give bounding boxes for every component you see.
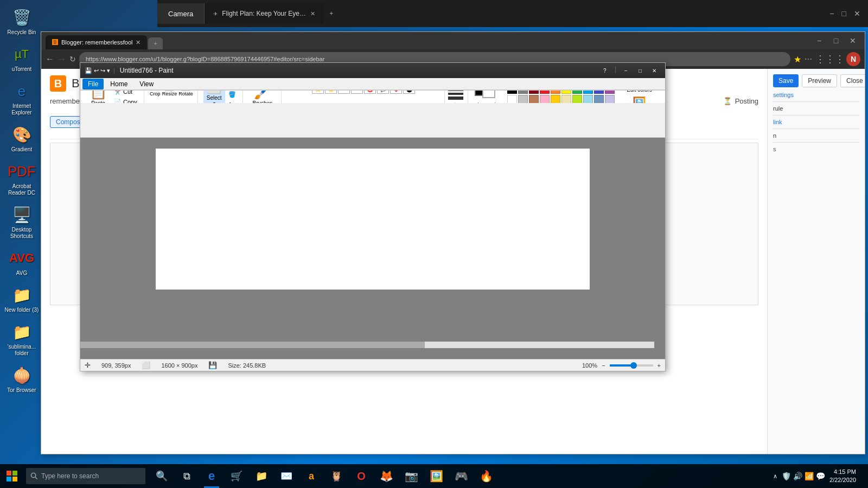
color-swatch-indigo[interactable] [594,90,604,94]
copy-button[interactable]: 📄 Copy [112,98,139,104]
outer-tab-close-icon[interactable]: ✕ [136,39,141,46]
desktop-icon-shortcuts[interactable]: 🖥️ Desktop Shortcuts [2,202,41,242]
paint-zoom-out-button[interactable]: − [602,362,605,369]
color-swatch-orange[interactable] [551,90,560,94]
show-hidden-icons[interactable]: ∧ [773,473,777,480]
taskbar-store[interactable]: 🛒 [225,464,248,488]
desktop-icon-gradient[interactable]: 🎨 Gradient [2,121,41,155]
paint-zoom-slider[interactable] [610,364,653,367]
brushes-button[interactable]: 🖌️ Brushes [248,90,277,103]
paint-view-menu[interactable]: View [134,79,159,89]
notifications-icon[interactable]: 💬 [816,472,825,480]
paint-zoom-handle[interactable] [630,362,637,369]
desktop-icon-ie[interactable]: e Internet Explorer [2,78,41,118]
color-swatch-black[interactable] [507,90,517,94]
taskbar-firefox2[interactable]: 🔥 [474,464,498,488]
shape-btn-15[interactable]: ❤️ [390,90,402,94]
edit-paint3d-button[interactable]: 🖼️ Edit with Paint 3D [618,96,661,104]
new-tab-button[interactable]: + [324,3,339,24]
taskbar-unknown-app[interactable]: 🎮 [449,464,473,488]
taskbar-clock[interactable]: 4:15 PM 2/22/2020 [829,468,856,485]
paint-home-menu[interactable]: Home [105,79,133,89]
desktop-icon-utorrent[interactable]: µT uTorrent [2,41,41,75]
resize-button[interactable]: ⬛ Resize [162,90,177,97]
paint-save-icon[interactable]: 💾 [85,67,92,74]
outer-minimize-button[interactable]: − [812,35,827,46]
outer-back-button[interactable]: ← [46,54,54,64]
outer-tab-blogger[interactable]: 🅱 Blogger: rememberlessfool ✕ [46,35,147,49]
color-swatch-purple[interactable] [605,90,615,94]
color-swatch-pink[interactable] [540,95,550,104]
paint-maximize-button[interactable]: □ [634,66,647,75]
desktop-icon-tor[interactable]: 🧅 Tor Browser [2,362,41,396]
shape-btn-16[interactable]: ⬤ [403,90,415,94]
network-tray-icon[interactable]: 📶 [805,472,814,480]
desktop-icon-avg[interactable]: AVG AVG [2,245,41,279]
speaker-tray-icon[interactable]: 🔊 [793,472,802,480]
paint-hscroll-thumb[interactable] [80,342,425,348]
color-swatch-red[interactable] [540,90,550,94]
paint-undo-icon[interactable]: ↩ [94,67,99,74]
flight-tab-close-icon[interactable]: ✕ [310,10,315,17]
color-swatch-lime[interactable] [572,95,582,104]
edit-colors-button[interactable]: 🎨 Edit colors [618,90,661,93]
crop-button[interactable]: ⬜ Crop [150,90,161,97]
desktop-icon-acrobat[interactable]: PDF Acrobat Reader DC [2,158,41,198]
paint-qat-dropdown[interactable]: ▾ [107,67,110,74]
shape-btn-14[interactable]: 💬 [377,90,389,94]
shape-btn-9[interactable]: ⭐ [312,90,324,94]
paint-minimize-button[interactable]: − [620,66,633,75]
taskbar-camera[interactable]: 📷 [399,464,423,488]
paint-file-menu[interactable]: File [82,79,104,89]
shape-btn-10[interactable]: 🌟 [325,90,337,94]
outer-close-button[interactable]: ✕ [845,35,860,46]
shape-btn-12[interactable]: ⬬ [351,90,363,94]
user-avatar[interactable]: N [846,52,860,66]
select-button[interactable]: ⬜ Select ▾ [203,90,225,103]
taskbar-firefox[interactable]: 🦊 [374,464,398,488]
color-swatch-brown[interactable] [529,95,539,104]
outer-maximize-button[interactable]: □ [828,35,844,46]
color-swatch-gold[interactable] [551,95,560,104]
color-swatch-white[interactable] [507,95,517,104]
fill-button[interactable]: 🪣 [226,90,238,99]
color-swatch-ltgray[interactable] [518,95,528,104]
preview-button[interactable]: Preview [802,74,837,87]
color-swatch-darkred[interactable] [529,90,539,94]
save-button[interactable]: Save [773,74,799,87]
top-close-button[interactable]: ✕ [852,7,863,20]
top-minimize-button[interactable]: − [827,7,836,20]
panel-permalink[interactable]: link [773,119,859,125]
color-swatch-cream[interactable] [561,95,571,104]
taskbar-cortana[interactable]: 🔍 [150,464,174,488]
shape-btn-13[interactable]: ⭕ [364,90,376,94]
paint-redo-icon[interactable]: ↪ [100,67,105,74]
taskbar-explorer[interactable]: 📁 [250,464,273,488]
taskbar-tripadvisor[interactable]: 🦉 [324,464,348,488]
paint-canvas[interactable] [156,149,590,290]
paint-help-button[interactable]: ? [598,66,611,75]
color-swatch-yellow[interactable] [561,90,571,94]
paint-hscroll[interactable] [80,342,654,348]
color-swatch-green[interactable] [572,90,582,94]
paste-button[interactable]: 📋 Paste [85,90,112,103]
taskbar-taskview[interactable]: ⧉ [175,464,199,488]
desktop-icon-new-folder[interactable]: 📁 New folder (3) [2,282,41,316]
paint-close-button[interactable]: ✕ [648,66,661,75]
rotate-button[interactable]: 🔄 Rotate [178,90,193,97]
desktop-icon-sublimina[interactable]: 📁 'sublimina... folder [2,319,41,359]
antivirus-tray-icon[interactable]: 🛡️ [782,472,791,480]
apps-grid-icon[interactable]: ⋮⋮⋮ [815,53,845,65]
flight-tab[interactable]: ✈ Flight Plan: Keep Your Eyes on... ✕ [205,3,324,24]
outer-refresh-button[interactable]: ↻ [69,55,76,63]
settings-link[interactable]: settings [773,92,859,98]
bookmark-icon[interactable]: ★ [794,54,801,65]
color-swatch-cornflower[interactable] [594,95,604,104]
color-swatch-lavender[interactable] [605,95,615,104]
camera-tab[interactable]: Camera [157,3,205,24]
shape-btn-11[interactable]: ⬩ [338,90,350,94]
start-button[interactable] [0,464,24,488]
top-maximize-button[interactable]: □ [840,7,848,20]
paint-zoom-in-button[interactable]: + [658,362,661,369]
color-swatch-gray[interactable] [518,90,528,94]
